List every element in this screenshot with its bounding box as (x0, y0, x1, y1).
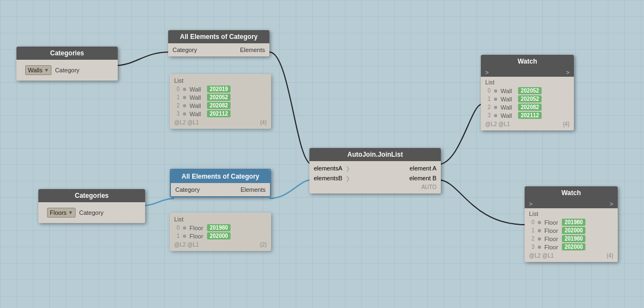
list-dot-icon (494, 114, 497, 117)
watch-2-arrows: > > (525, 199, 618, 208)
list-panel-2: List 0 Floor 201980 1 Floor 202000 @L2 @… (170, 213, 271, 251)
autojoin-ports-a: elementsA ❯ element A (309, 163, 441, 173)
autojoin-node: AutoJoin.JoinList elementsA ❯ element A … (309, 148, 441, 193)
dropdown-arrow-icon: ▼ (44, 67, 49, 73)
list-dot-icon (183, 235, 186, 238)
watch-1-footer: @L2 @L1 {4} (485, 121, 570, 127)
watch-2-footer: @L2 @L1 {4} (529, 253, 613, 259)
all-elements-node-2-body: Category Elements (171, 183, 270, 196)
w2-row-2: 2 Floor 201980 (529, 235, 613, 242)
w2-row-0: 0 Floor 201980 (529, 219, 613, 226)
list-dot-icon (183, 112, 186, 116)
list-dot-icon (538, 237, 541, 241)
all-elements-node-1-header: All Elements of Category (168, 30, 269, 43)
watch-1-arrow-out: > (566, 69, 570, 76)
list2-row-0: 0 Floor 201980 (174, 224, 267, 231)
watch-1-body: List 0 Wall 202052 1 Wall 202052 2 Wall … (481, 77, 574, 130)
list-dot-icon (183, 104, 186, 107)
autojoin-header: AutoJoin.JoinList (309, 148, 441, 161)
watch-node-2-header: Watch (525, 186, 618, 199)
arrow-icon: ❯ (346, 166, 350, 172)
watch-1-list-title: List (485, 79, 570, 85)
dropdown-arrow-icon-2: ▼ (68, 210, 73, 215)
all-elements-2-ports: Category Elements (171, 185, 270, 194)
list-dot-icon (494, 106, 497, 109)
watch-node-1-header: Watch (481, 55, 574, 68)
list-row-0: 0 Wall 202019 (174, 85, 267, 93)
watch-2-body: List 0 Floor 201980 1 Floor 202000 2 Flo… (525, 208, 618, 262)
list-panel-1: List 0 Wall 202019 1 Wall 202052 2 Wall … (170, 74, 271, 129)
arrow-icon-b: ❯ (346, 175, 350, 181)
categories-node-1: Categories Walls ▼ Category (16, 47, 118, 81)
autojoin-port-a-out: element A (410, 165, 436, 172)
watch-node-2: Watch > > List 0 Floor 201980 1 Floor 20… (525, 186, 618, 262)
list-row-2: 2 Wall 202082 (174, 102, 267, 109)
w1-row-0: 0 Wall 202052 (485, 87, 570, 94)
list2-row-1: 1 Floor 202000 (174, 232, 267, 239)
list-row-1: 1 Wall 202052 (174, 94, 267, 101)
all-elements-node-1-body: Category Elements (168, 43, 269, 56)
all-elements-node-2: All Elements of Category Category Elemen… (170, 169, 271, 197)
list-panel-1-footer: @L2 @L1 {4} (174, 119, 267, 126)
categories-node-2-header: Categories (38, 189, 145, 202)
list-panel-2-title: List (174, 216, 267, 223)
watch-node-1: Watch > > List 0 Wall 202052 1 Wall 2020… (481, 55, 574, 130)
autojoin-port-a-in: elementsA (314, 165, 342, 172)
categories-node-2: Categories Floors ▼ Category (38, 189, 145, 223)
list-dot-icon (494, 89, 497, 93)
list-dot-icon (538, 229, 541, 232)
w1-row-2: 2 Wall 202082 (485, 104, 570, 111)
categories-node-1-header: Categories (16, 47, 118, 60)
categories-node-2-body: Floors ▼ Category (38, 202, 145, 223)
list-panel-1-title: List (174, 77, 267, 84)
list-dot-icon (183, 226, 186, 230)
categories-port-1: Category (55, 67, 79, 73)
autojoin-footer: AUTO (309, 183, 441, 191)
categories-port-2: Category (79, 209, 104, 216)
autojoin-port-b-in: elementsB (314, 175, 342, 181)
list-panel-2-footer: @L2 @L1 {2} (174, 242, 267, 248)
autojoin-port-b-out: element B (409, 175, 436, 181)
list-dot-icon (538, 246, 541, 249)
watch-2-arrow-in: > (529, 201, 532, 207)
autojoin-ports-b: elementsB ❯ element B (309, 173, 441, 183)
categories-dropdown-2[interactable]: Floors ▼ (47, 208, 76, 218)
watch-1-arrows: > > (481, 68, 574, 77)
list-row-3: 3 Wall 202112 (174, 110, 267, 117)
all-elements-node-2-header: All Elements of Category (171, 170, 270, 183)
list-dot-icon (183, 88, 186, 91)
w1-row-3: 3 Wall 202112 (485, 112, 570, 119)
autojoin-body: elementsA ❯ element A elementsB ❯ elemen… (309, 161, 441, 193)
list-dot-icon (183, 96, 186, 99)
watch-2-list-title: List (529, 210, 613, 217)
categories-node-1-body: Walls ▼ Category (16, 60, 118, 81)
list-dot-icon (494, 98, 497, 101)
all-elements-node-1: All Elements of Category Category Elemen… (168, 30, 269, 56)
watch-1-arrow-in: > (485, 69, 488, 76)
w2-row-1: 1 Floor 202000 (529, 227, 613, 234)
categories-dropdown-1[interactable]: Walls ▼ (25, 65, 51, 75)
w2-row-3: 3 Floor 202000 (529, 243, 613, 250)
watch-2-arrow-out: > (610, 201, 613, 207)
all-elements-1-ports: Category Elements (168, 45, 269, 54)
list-dot-icon (538, 221, 541, 224)
w1-row-1: 1 Wall 202052 (485, 95, 570, 102)
